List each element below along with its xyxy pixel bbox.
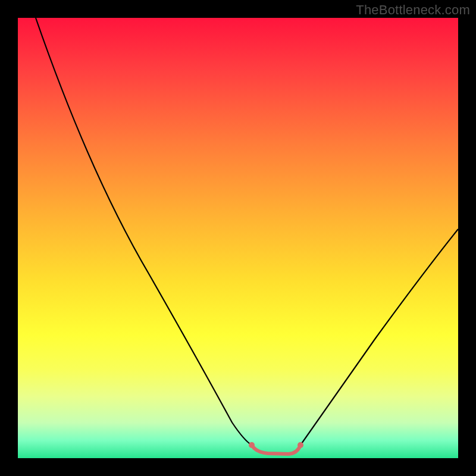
marker-left [249,442,255,448]
plot-area [18,18,458,458]
curve-flat-minimum [252,445,300,454]
watermark-text: TheBottleneck.com [356,2,470,18]
chart-frame: TheBottleneck.com [0,0,476,476]
curve-right [300,229,458,445]
curve-left [36,18,252,445]
marker-right [298,442,303,448]
curve-svg [18,18,458,458]
